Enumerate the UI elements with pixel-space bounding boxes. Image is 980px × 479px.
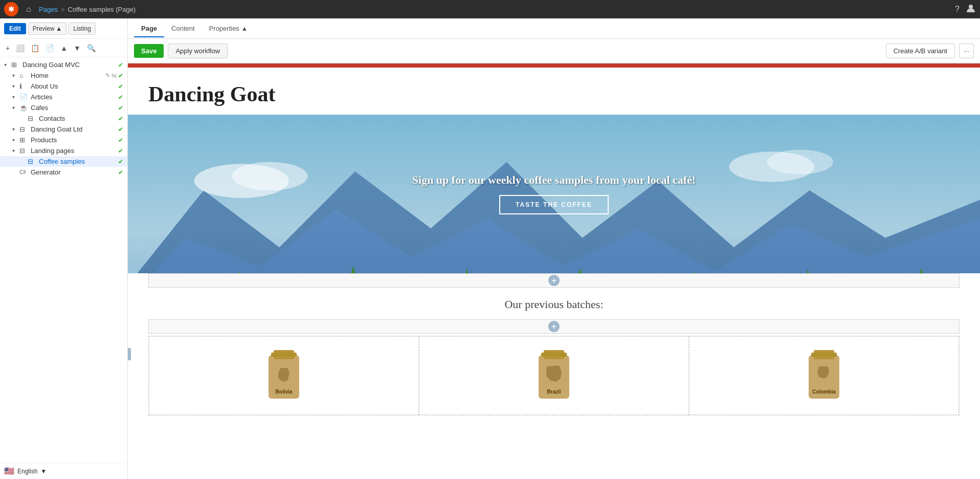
- red-banner: [128, 63, 980, 68]
- tree-item-articles[interactable]: ▾ 📄 Articles ✔: [0, 92, 127, 102]
- add-block-above-grid[interactable]: +: [148, 319, 960, 334]
- preview-button[interactable]: Preview ▲: [28, 23, 67, 35]
- products-grid: Bolivia: [148, 336, 960, 416]
- svg-point-0: [969, 5, 973, 9]
- add-block-circle-icon: +: [548, 275, 560, 286]
- coffee-bag-colombia: Colombia: [801, 345, 847, 406]
- hero-background: [128, 115, 980, 273]
- tree-item-about-us[interactable]: ▾ ℹ About Us ✔: [0, 81, 127, 92]
- sidebar: Edit Preview ▲ Listing + ⬜ 📋 📄 ▲ ▼ 🔍 ▾ ⊞…: [0, 18, 128, 479]
- sidebar-actions: + ⬜ 📋 📄 ▲ ▼ 🔍: [0, 39, 127, 57]
- tree-item-generator[interactable]: C# Generator ✔: [0, 167, 127, 178]
- hero-cta-button[interactable]: TASTE THE COFFEE: [499, 195, 609, 214]
- sidebar-toolbar: Edit Preview ▲ Listing: [0, 18, 127, 39]
- tree-item-cafes[interactable]: ▾ ☕ Cafes ✔: [0, 102, 127, 113]
- move-up-icon[interactable]: ▲: [59, 43, 69, 53]
- edit-button[interactable]: Edit: [4, 23, 26, 34]
- action-bar: Save Apply workflow Create A/B variant ·…: [128, 39, 980, 63]
- more-options-button[interactable]: ···: [959, 43, 974, 58]
- page-site-title: Dancing Goat: [148, 82, 960, 106]
- hero-section: Sign up for our weekly coffee samples fr…: [128, 115, 980, 273]
- sidebar-footer[interactable]: 🇺🇸 English ▼: [0, 463, 127, 479]
- tree-item-contacts[interactable]: ⊟ Contacts ✔: [0, 113, 127, 124]
- user-icon[interactable]: [966, 3, 976, 15]
- tree: ▾ ⊞ Dancing Goat MVC ✔ ▾ ⌂ Home ✎ % ✔ ▾ …: [0, 57, 127, 463]
- previous-batches-section: + Our previous batches: +: [128, 288, 980, 421]
- add-block-circle-top: +: [548, 321, 560, 332]
- svg-point-5: [232, 162, 308, 191]
- tree-item-products[interactable]: ▾ ⊞ Products ✔: [0, 135, 127, 145]
- tree-item-dancing-goat-ltd[interactable]: ▾ ⊟ Dancing Goat Ltd ✔: [0, 124, 127, 135]
- expand-icon: ▾: [4, 62, 11, 68]
- product-cell-brazil: Brazil: [419, 336, 689, 415]
- language-flag: 🇺🇸: [4, 466, 14, 476]
- tab-content[interactable]: Content: [164, 20, 202, 37]
- search-icon[interactable]: 🔍: [85, 43, 97, 53]
- main-layout: Edit Preview ▲ Listing + ⬜ 📋 📄 ▲ ▼ 🔍 ▾ ⊞…: [0, 18, 980, 479]
- content-tabs: Page Content Properties ▲: [128, 18, 980, 39]
- topbar: ✱ ⌂ Pages > Coffee samples (Page) ?: [0, 0, 980, 18]
- product-cell-bolivia: Bolivia: [149, 336, 419, 415]
- tree-item-landing-pages[interactable]: ▾ ⊟ Landing pages ✔: [0, 145, 127, 156]
- language-dropdown-arrow: ▼: [40, 468, 47, 475]
- help-icon[interactable]: ?: [955, 5, 960, 14]
- save-button[interactable]: Save: [134, 44, 164, 58]
- product-cell-colombia: Colombia: [689, 336, 959, 415]
- home-icon[interactable]: ⌂: [23, 3, 35, 15]
- hero-text: Sign up for our weekly coffee samples fr…: [412, 173, 696, 187]
- content-area: Page Content Properties ▲ Save Apply wor…: [128, 18, 980, 479]
- page-preview: Dancing Goat: [128, 63, 980, 479]
- create-ab-variant-button[interactable]: Create A/B variant: [886, 43, 955, 58]
- logo[interactable]: ✱: [4, 2, 18, 16]
- move-down-icon[interactable]: ▼: [72, 43, 82, 53]
- breadcrumb-current: Coffee samples (Page): [68, 6, 136, 13]
- language-label: English: [17, 468, 37, 475]
- svg-text:Bolivia: Bolivia: [276, 389, 293, 395]
- tree-item-dancing-goat-mvc[interactable]: ▾ ⊞ Dancing Goat MVC ✔: [0, 59, 127, 70]
- page-content: Dancing Goat: [128, 68, 980, 479]
- page-title-area: Dancing Goat: [128, 68, 980, 115]
- side-add-button[interactable]: +: [128, 348, 131, 360]
- svg-text:Colombia: Colombia: [812, 389, 836, 395]
- tab-properties[interactable]: Properties ▲: [202, 20, 255, 37]
- svg-rect-34: [811, 353, 837, 357]
- svg-rect-30: [541, 353, 567, 357]
- breadcrumb-pages[interactable]: Pages: [39, 6, 58, 13]
- paste-icon[interactable]: 📄: [44, 43, 56, 53]
- coffee-bag-bolivia: Bolivia: [261, 345, 307, 406]
- new-page-icon[interactable]: ⬜: [14, 43, 26, 53]
- breadcrumb-separator: >: [61, 6, 65, 13]
- batches-title: Our previous batches:: [148, 298, 960, 311]
- svg-text:Brazil: Brazil: [547, 389, 561, 395]
- copy-icon[interactable]: 📋: [29, 43, 41, 53]
- topbar-right: ?: [955, 3, 976, 15]
- hero-wrapper: Sign up for our weekly coffee samples fr…: [128, 115, 980, 288]
- coffee-bag-brazil: Brazil: [531, 345, 577, 406]
- tab-page[interactable]: Page: [134, 20, 164, 37]
- listing-button[interactable]: Listing: [69, 23, 96, 35]
- tree-item-coffee-samples[interactable]: ⊟ Coffee samples ✔: [0, 156, 127, 167]
- apply-workflow-button[interactable]: Apply workflow: [168, 43, 228, 58]
- svg-rect-26: [271, 353, 297, 357]
- tree-item-home[interactable]: ▾ ⌂ Home ✎ % ✔: [0, 70, 127, 81]
- add-block-between[interactable]: +: [148, 273, 960, 288]
- breadcrumb: Pages > Coffee samples (Page): [39, 6, 136, 13]
- svg-point-7: [767, 149, 834, 174]
- add-icon[interactable]: +: [4, 43, 11, 53]
